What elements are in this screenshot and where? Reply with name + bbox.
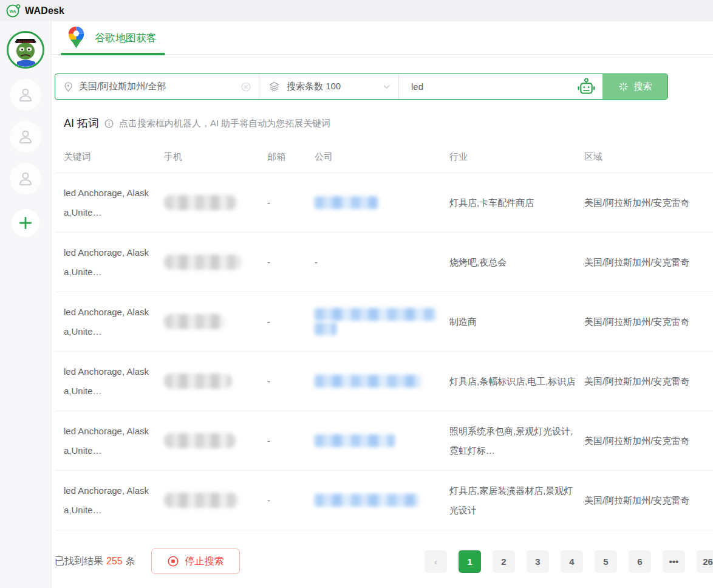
result-unit: 条	[126, 556, 135, 566]
page-button-26[interactable]: 26	[697, 550, 713, 573]
location-select[interactable]: 美国/阿拉斯加州/全部	[55, 74, 259, 99]
keyword-cell: led Anchorage, Alaska,Unite…	[64, 183, 164, 222]
plus-icon	[18, 215, 33, 231]
result-count-select[interactable]: 搜索条数 100	[259, 74, 399, 99]
column-header-industry: 行业	[449, 151, 584, 163]
location-pin-icon	[63, 81, 73, 92]
account-slot-2[interactable]	[10, 121, 41, 152]
account-slot-3[interactable]	[10, 163, 41, 194]
email-cell: -	[267, 491, 315, 510]
phone-cell	[164, 314, 267, 329]
keyword-input[interactable]: led	[399, 74, 602, 99]
table-row[interactable]: led Anchorage, Alaska,Unite…-照明系统承包商,景观灯…	[55, 411, 713, 471]
page-button-1[interactable]: 1	[459, 550, 481, 573]
result-count: 255	[106, 556, 123, 566]
page-button-4[interactable]: 4	[561, 550, 583, 573]
email-cell: -	[267, 193, 315, 213]
company-cell[interactable]	[315, 373, 449, 389]
blurred-company-value	[315, 375, 421, 388]
keyword-cell: led Anchorage, Alaska,Unite…	[64, 422, 164, 460]
blurred-company-value	[315, 308, 436, 321]
table-row[interactable]: led Anchorage, Alaska,Unite…-灯具店,卡车配件商店美…	[55, 173, 713, 233]
table-row[interactable]: led Anchorage, Alaska,Unite…-灯具店,家居装潢器材店…	[55, 471, 713, 530]
company-cell[interactable]	[315, 306, 449, 337]
main-panel: 谷歌地图获客 美国/阿拉斯加州/全部	[52, 21, 713, 588]
industry-cell: 灯具店,卡车配件商店	[449, 193, 584, 213]
industry-cell: 烧烤吧,夜总会	[449, 253, 584, 272]
phone-cell	[164, 255, 267, 270]
stop-search-button[interactable]: 停止搜索	[151, 549, 240, 574]
blurred-phone-value	[164, 255, 242, 270]
blurred-phone-value	[164, 433, 236, 448]
pagination: ‹123456•••26›	[425, 550, 713, 573]
search-bar: 美国/阿拉斯加州/全部 搜索条数 100	[55, 74, 668, 100]
email-cell: -	[267, 312, 315, 332]
search-button-label: 搜索	[634, 81, 652, 92]
account-sidebar: MY FRIEND	[0, 21, 52, 588]
page-button-6[interactable]: 6	[629, 550, 651, 573]
keyword-cell: led Anchorage, Alaska,Unite…	[64, 481, 164, 520]
prev-page-button[interactable]: ‹	[425, 550, 447, 573]
phone-cell	[164, 493, 267, 508]
active-account-avatar[interactable]: MY FRIEND	[7, 31, 44, 69]
app-title: WADesk	[25, 5, 64, 16]
region-cell: 美国/阿拉斯加州/安克雷奇	[584, 193, 713, 213]
keyword-cell: led Anchorage, Alaska,Unite…	[64, 303, 164, 341]
search-button[interactable]: 搜索	[602, 74, 667, 99]
page-button-3[interactable]: 3	[527, 550, 549, 573]
page-button-2[interactable]: 2	[493, 550, 515, 573]
phone-cell	[164, 195, 267, 210]
account-slot-1[interactable]	[10, 79, 41, 111]
company-cell[interactable]	[315, 492, 449, 508]
blurred-phone-value	[164, 493, 238, 508]
wadesk-logo-icon: WA	[6, 4, 21, 18]
info-circle-icon	[104, 118, 114, 129]
blurred-company-value	[315, 323, 336, 335]
region-cell: 美国/阿拉斯加州/安克雷奇	[584, 491, 713, 510]
result-count-value: 搜索条数 100	[287, 81, 382, 92]
tab-label: 谷歌地图获客	[95, 31, 157, 45]
footer-bar: 已找到结果255条 停止搜索 ‹123456•••26›	[55, 549, 713, 574]
blurred-phone-value	[164, 314, 225, 329]
stop-search-label: 停止搜索	[185, 555, 224, 568]
email-cell: -	[267, 253, 315, 272]
region-cell: 美国/阿拉斯加州/安克雷奇	[584, 431, 713, 451]
user-icon	[16, 169, 35, 188]
company-cell[interactable]	[315, 194, 449, 211]
keyword-cell: led Anchorage, Alaska,Unite…	[64, 362, 164, 401]
keyword-value: led	[411, 81, 576, 92]
company-cell: -	[315, 253, 449, 272]
chevron-down-icon	[382, 82, 391, 91]
ai-expand-section: AI 拓词 点击搜索框内机器人，AI 助手将自动为您拓展关键词	[64, 116, 713, 131]
column-header-email: 邮箱	[267, 151, 315, 163]
user-icon	[16, 86, 35, 104]
user-icon	[16, 128, 35, 146]
results-table: 关键词 手机 邮箱 公司 行业 区域 led Anchorage, Alaska…	[55, 141, 713, 530]
ai-robot-icon[interactable]	[576, 78, 596, 95]
more-pages-button[interactable]: •••	[663, 550, 685, 573]
page-button-5[interactable]: 5	[595, 550, 617, 573]
table-row[interactable]: led Anchorage, Alaska,Unite…-制造商美国/阿拉斯加州…	[55, 292, 713, 352]
clear-location-icon[interactable]	[241, 81, 251, 92]
email-cell: -	[267, 431, 315, 451]
region-cell: 美国/阿拉斯加州/安克雷奇	[584, 372, 713, 391]
tab-bar: 谷歌地图获客	[52, 21, 713, 55]
google-maps-pin-icon	[67, 25, 86, 50]
add-account-button[interactable]	[12, 209, 39, 237]
company-cell[interactable]	[315, 432, 449, 449]
ai-expand-title: AI 拓词	[64, 116, 99, 131]
svg-text:WA: WA	[9, 9, 16, 13]
column-header-phone: 手机	[164, 151, 267, 163]
table-header: 关键词 手机 邮箱 公司 行业 区域	[55, 141, 713, 173]
table-row[interactable]: led Anchorage, Alaska,Unite…-灯具店,条幅标识店,电…	[55, 352, 713, 411]
email-cell: -	[267, 372, 315, 391]
tab-google-maps-leads[interactable]: 谷歌地图获客	[67, 25, 157, 50]
table-body: led Anchorage, Alaska,Unite…-灯具店,卡车配件商店美…	[55, 173, 713, 530]
region-cell: 美国/阿拉斯加州/安克雷奇	[584, 312, 713, 332]
svg-text:MY FRIEND: MY FRIEND	[18, 41, 33, 44]
loading-spinner-icon	[618, 81, 629, 92]
result-summary: 已找到结果255条	[55, 555, 135, 568]
table-row[interactable]: led Anchorage, Alaska,Unite…--烧烤吧,夜总会美国/…	[55, 233, 713, 292]
blurred-company-value	[315, 196, 378, 209]
stop-icon	[167, 555, 179, 567]
